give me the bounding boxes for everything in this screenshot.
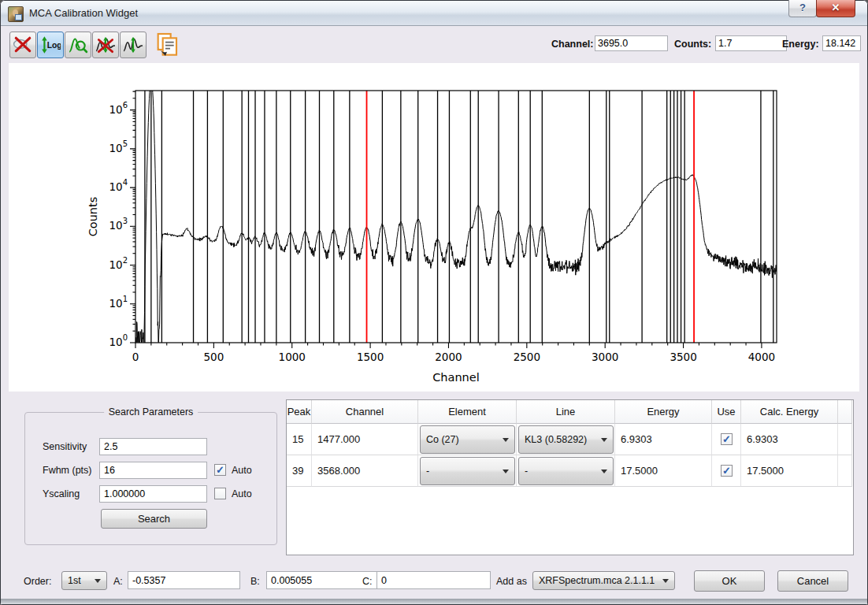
add-as-label: Add as bbox=[496, 576, 527, 587]
element-combo-value: - bbox=[426, 466, 429, 477]
yscaling-auto-label: Auto bbox=[232, 488, 252, 499]
app-icon bbox=[8, 6, 24, 22]
sensitivity-label: Sensitivity bbox=[43, 441, 87, 452]
check-icon: ✓ bbox=[216, 464, 224, 476]
cell-calc_energy: 17.5000 bbox=[741, 455, 838, 487]
search-parameters-group: Search Parameters Sensitivity Fwhm (pts)… bbox=[24, 412, 277, 545]
clipboard-copy-icon bbox=[154, 46, 180, 60]
svg-text:2500: 2500 bbox=[514, 351, 540, 363]
chevron-down-icon bbox=[503, 470, 509, 473]
add-as-combo-value: XRFSpectrum.mca 2.1.1.1 bbox=[539, 575, 655, 586]
spectrum-line bbox=[135, 80, 777, 343]
peak-marker-lines[interactable] bbox=[145, 91, 773, 343]
channel-readout-label: Channel: bbox=[551, 39, 593, 50]
use-checkbox[interactable]: ✓ bbox=[721, 433, 733, 445]
line-combo-value: - bbox=[525, 466, 528, 477]
peak-table: PeakChannelElementLineEnergyUseCalc. Ene… bbox=[286, 399, 854, 555]
check-icon: ✓ bbox=[722, 465, 731, 477]
element-combo[interactable]: Co (27) bbox=[420, 425, 515, 454]
column-header-use[interactable]: Use bbox=[712, 400, 741, 424]
column-header-stub[interactable] bbox=[838, 400, 852, 424]
column-header-element[interactable]: Element bbox=[418, 400, 517, 424]
energy-readout-label: Energy: bbox=[782, 39, 819, 50]
log-scale-toggle[interactable]: Log bbox=[37, 32, 64, 58]
svg-text:1000: 1000 bbox=[279, 351, 306, 363]
svg-text:1500: 1500 bbox=[357, 351, 384, 363]
column-header-energy[interactable]: Energy bbox=[615, 400, 712, 424]
window-title: MCA Calibration Widget bbox=[29, 7, 138, 19]
fwhm-auto-label: Auto bbox=[232, 465, 252, 476]
chevron-down-icon bbox=[662, 579, 669, 583]
fwhm-auto-checkbox[interactable]: ✓ bbox=[214, 464, 226, 476]
fwhm-label: Fwhm (pts) bbox=[43, 465, 92, 476]
cancel-button[interactable]: Cancel bbox=[777, 570, 848, 592]
counts-readout-field[interactable] bbox=[715, 35, 787, 51]
coef-a-label: A: bbox=[113, 576, 123, 587]
sensitivity-input[interactable] bbox=[99, 438, 207, 455]
zoom-peak-button[interactable] bbox=[65, 32, 91, 58]
chevron-down-icon bbox=[503, 438, 509, 442]
svg-text:3500: 3500 bbox=[670, 351, 696, 363]
yscaling-auto-checkbox[interactable] bbox=[214, 488, 226, 499]
svg-text:105: 105 bbox=[109, 139, 128, 154]
zoom-reset-button[interactable] bbox=[9, 32, 36, 58]
order-combo-value: 1st bbox=[68, 575, 81, 586]
svg-text:500: 500 bbox=[203, 351, 224, 363]
copy-to-clipboard-button[interactable] bbox=[154, 32, 180, 58]
y-axis-label: Counts bbox=[87, 197, 99, 237]
fwhm-input[interactable] bbox=[99, 462, 207, 479]
order-combo[interactable]: 1st bbox=[61, 571, 107, 590]
yscaling-label: Yscaling bbox=[43, 488, 80, 499]
ok-button[interactable]: OK bbox=[694, 570, 765, 592]
group-title: Search Parameters bbox=[104, 406, 198, 418]
column-header-peak[interactable]: Peak bbox=[287, 400, 312, 424]
energy-readout-field[interactable] bbox=[822, 35, 861, 51]
svg-text:0: 0 bbox=[132, 351, 139, 363]
yscaling-input[interactable] bbox=[99, 485, 207, 503]
cell-stub bbox=[838, 424, 852, 455]
svg-text:103: 103 bbox=[109, 217, 128, 232]
coef-b-label: B: bbox=[250, 576, 260, 587]
close-button[interactable]: ✕ bbox=[816, 0, 855, 17]
svg-text:3000: 3000 bbox=[592, 351, 618, 363]
chevron-down-icon bbox=[601, 438, 607, 442]
column-header-channel[interactable]: Channel bbox=[312, 400, 418, 424]
cell-energy: 17.5000 bbox=[615, 455, 712, 487]
spectrum-plot[interactable]: 0500100015002000250030003500400010010110… bbox=[9, 63, 859, 392]
svg-text:Log: Log bbox=[47, 41, 61, 50]
axis-tick-labels: 0500100015002000250030003500400010010110… bbox=[109, 101, 775, 363]
svg-text:4000: 4000 bbox=[748, 351, 775, 363]
coef-c-input[interactable] bbox=[377, 571, 491, 589]
cell-channel: 1477.000 bbox=[312, 424, 418, 455]
cell-stub bbox=[838, 455, 852, 487]
svg-text:106: 106 bbox=[109, 101, 128, 116]
element-combo[interactable]: - bbox=[420, 457, 515, 485]
check-icon: ✓ bbox=[722, 433, 731, 445]
title-bar[interactable]: MCA Calibration Widget bbox=[1, 1, 867, 26]
order-label: Order: bbox=[24, 576, 51, 587]
search-button[interactable]: Search bbox=[101, 509, 207, 529]
spectrum-plot-canvas[interactable]: 0500100015002000250030003500400010010110… bbox=[9, 63, 859, 392]
cell-peak: 15 bbox=[287, 424, 312, 455]
element-combo-value: Co (27) bbox=[426, 434, 459, 445]
cell-calc_energy: 6.9303 bbox=[741, 424, 838, 455]
column-header-calc-energy[interactable]: Calc. Energy bbox=[741, 400, 838, 424]
svg-text:2000: 2000 bbox=[435, 351, 462, 363]
column-header-line[interactable]: Line bbox=[517, 400, 615, 424]
plot-frame bbox=[135, 91, 777, 343]
line-combo[interactable]: KL3 (0.58292) bbox=[518, 425, 614, 454]
line-combo[interactable]: - bbox=[518, 457, 614, 485]
peak-search-button[interactable] bbox=[120, 32, 147, 58]
use-checkbox[interactable]: ✓ bbox=[721, 465, 733, 477]
add-as-combo[interactable]: XRFSpectrum.mca 2.1.1.1 bbox=[532, 571, 675, 590]
clear-peak-markers-button[interactable] bbox=[92, 32, 119, 58]
channel-readout-field[interactable] bbox=[595, 35, 668, 51]
cell-energy: 6.9303 bbox=[615, 424, 712, 455]
line-combo-value: KL3 (0.58292) bbox=[525, 434, 587, 445]
help-button[interactable]: ? bbox=[788, 0, 817, 17]
x-axis-label: Channel bbox=[432, 371, 480, 384]
mca-calibration-window: MCA Calibration Widget ? ✕ Log bbox=[0, 0, 868, 605]
window-bottom-frame bbox=[1, 599, 867, 604]
coef-a-input[interactable] bbox=[128, 571, 240, 589]
counts-readout-label: Counts: bbox=[674, 39, 711, 50]
